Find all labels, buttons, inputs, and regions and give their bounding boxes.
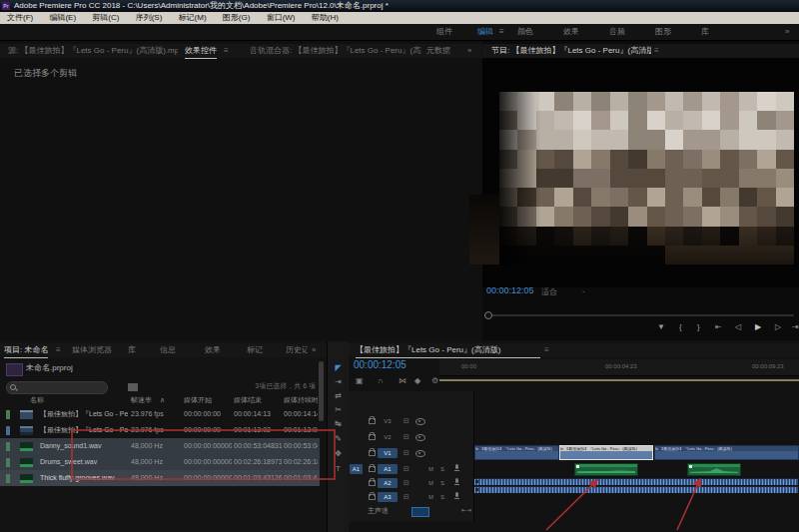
video-clip-selected[interactable]: fx 【最佳旅拍】『Lets Go - Peru』(高清版) [559,445,653,460]
track-output-eye-icon[interactable] [415,418,425,425]
zoom-level-dropdown[interactable]: 适合 [541,286,557,297]
time-ruler[interactable]: 00:00 00:00:04:23 00:00:09:23 [439,359,799,376]
item-name[interactable]: 【最佳旅拍】『Lets Go - Peru』(高清版) [40,406,128,422]
column-frame-rate[interactable]: 帧速率 [131,393,152,407]
sync-lock-icon[interactable]: ⊟ [403,449,409,457]
play-button[interactable]: ▶ [755,321,761,333]
label-color-chip[interactable] [6,442,10,451]
music-audio-clip-2[interactable] [687,463,741,476]
track-v1-label[interactable]: V1 [378,448,398,458]
menu-edit[interactable]: 编辑(E) [42,12,83,24]
master-track-label[interactable]: 主声道 [368,506,389,516]
track-output-eye-icon[interactable] [415,434,425,441]
timeline-panel-menu-icon[interactable]: ≡ [544,343,549,357]
sync-lock-icon[interactable]: ⊟ [403,465,409,473]
tab-effects[interactable]: 效果 [205,343,221,357]
voiceover-mic-icon[interactable] [455,492,458,497]
menu-file[interactable]: 文件(F) [0,12,40,24]
timeline-settings-icon[interactable]: ⚙ [431,376,438,386]
track-v2-label[interactable]: V2 [378,432,398,442]
voiceover-mic-icon[interactable] [455,478,458,483]
project-overflow-chevron[interactable]: » [312,343,316,357]
view-toggle-icon[interactable] [128,383,138,391]
solo-button[interactable]: S [440,465,444,473]
track-a1-label[interactable]: A1 [378,464,398,474]
item-name[interactable]: 【最佳旅拍】『Lets Go - Peru』(高清版) [40,422,128,438]
project-scrollbar[interactable] [319,361,324,421]
workspace-tab-effects[interactable]: 效果 [563,24,579,40]
step-back-button[interactable]: ◁ [735,321,741,333]
item-name[interactable]: Thick fluffy grooves.wav [40,470,128,486]
project-row-audio-3[interactable]: Thick fluffy grooves.wav 48,000 Hz 00:00… [0,470,320,486]
video-clip[interactable]: fx 【最佳旅拍】『Lets Go - Peru』(高清版) [654,445,799,460]
item-name[interactable]: Danny_sound1.wav [40,438,128,454]
tab-effect-controls[interactable]: 效果控件 [185,44,217,59]
menu-graphics[interactable]: 图形(G) [216,12,258,24]
tab-source-monitor[interactable]: 源: 【最佳旅拍】『Lets Go - Peru』(高清版).mp4 [8,44,178,58]
menu-window[interactable]: 窗口(W) [260,12,303,24]
snap-icon[interactable]: ∩ [378,376,384,386]
go-to-out-button[interactable]: ⇥ [792,321,799,333]
razor-tool[interactable]: ✂ [328,403,349,416]
fit-sequence-icon[interactable]: ⇤⇥ [461,506,471,513]
ripple-edit-tool[interactable]: ⇄ [328,389,349,402]
project-row-audio-2[interactable]: Drums_sweet.wav 48,000 Hz 00:00:00:00000… [0,454,320,470]
add-marker-icon[interactable]: ◆ [414,376,420,386]
selection-tool[interactable]: ◤ [328,361,349,374]
program-playhead-knob[interactable] [484,311,492,319]
tab-libraries[interactable]: 库 [128,343,136,357]
column-media-duration[interactable]: 媒体持续时间 [284,393,318,407]
column-name[interactable]: 名称 [30,393,44,407]
tab-markers[interactable]: 标记 [247,343,263,357]
workspace-tab-color[interactable]: 颜色 [517,24,533,40]
mark-out-button[interactable]: } [697,321,700,333]
mute-button[interactable]: M [428,479,433,487]
slip-tool[interactable]: ↹ [328,417,349,430]
workspace-tab-graphics[interactable]: 图形 [655,24,671,40]
video-clip[interactable]: fx 【最佳旅拍】『Lets Go - Peru』(高清版) [474,445,559,460]
column-media-start[interactable]: 媒体开始 [184,393,212,407]
solo-button[interactable]: S [440,493,444,501]
tab-info[interactable]: 信息 [160,343,176,357]
menu-clip[interactable]: 剪辑(C) [85,12,126,24]
mute-button[interactable]: M [428,493,433,501]
sync-lock-icon[interactable]: ⊟ [403,479,409,487]
step-forward-button[interactable]: ▷ [775,321,781,333]
tab-media-browser[interactable]: 媒体浏览器 [72,343,112,357]
menu-markers[interactable]: 标记(M) [172,12,214,24]
tab-history[interactable]: 历史记 [286,343,308,357]
panel-overflow-chevron[interactable]: » [467,44,471,58]
linked-selection-icon[interactable]: ⋈ [399,376,406,386]
item-name[interactable]: Drums_sweet.wav [40,454,128,470]
track-lock-icon[interactable] [369,466,376,472]
sync-lock-icon[interactable]: ⊟ [403,493,409,501]
label-color-chip[interactable] [6,426,10,435]
project-row-audio-1[interactable]: Danny_sound1.wav 48,000 Hz 00:00:00:0000… [0,438,320,454]
add-marker-button[interactable]: ▼ [657,321,665,333]
label-color-chip[interactable] [6,458,10,467]
work-area-bar[interactable] [439,379,799,381]
track-lock-icon[interactable] [369,494,376,500]
project-row-sequence[interactable]: 【最佳旅拍】『Lets Go - Peru』(高清版) 23.976 fps 0… [0,406,320,422]
mute-button[interactable]: M [428,465,433,473]
tab-metadata[interactable]: 元数据 [426,44,450,58]
voiceover-mic-icon[interactable] [455,464,458,469]
project-row-video[interactable]: 【最佳旅拍】『Lets Go - Peru』(高清版) 23.976 fps 0… [0,422,320,438]
track-output-eye-icon[interactable] [415,450,425,457]
track-a2-label[interactable]: A2 [378,478,398,488]
workspace-tab-libraries[interactable]: 库 [701,24,709,40]
project-file-name[interactable]: 未命名.prproj [26,362,73,373]
program-scrubber[interactable] [484,314,794,316]
source-patch-a1[interactable]: A1 [350,464,363,474]
track-select-forward-tool[interactable]: ⇥ [328,375,349,388]
track-lock-icon[interactable] [369,450,376,456]
workspace-tab-editing[interactable]: 编辑 [477,24,493,40]
camera-audio-clip-right[interactable] [474,486,798,493]
label-color-chip[interactable] [6,474,10,483]
track-a3-label[interactable]: A3 [378,492,398,502]
tab-timeline-sequence[interactable]: 【最佳旅拍】『Lets Go - Peru』(高清版) [356,343,540,358]
workspace-overflow-chevron[interactable]: » [785,24,789,40]
timeline-timecode[interactable]: 00:00:12:05 [354,359,406,370]
tab-project[interactable]: 项目: 未命名 [4,343,48,358]
track-lock-icon[interactable] [369,418,376,424]
